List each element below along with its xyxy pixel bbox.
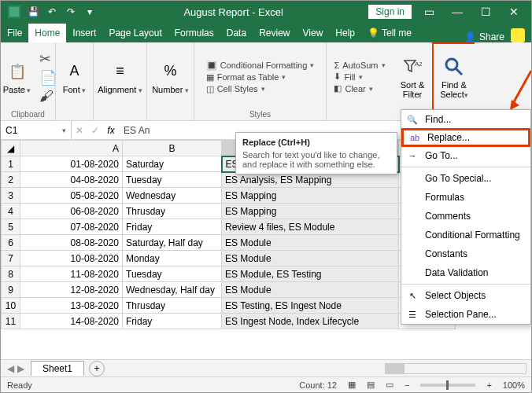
table-row[interactable]: 912-08-2020Wednesday, Half dayES Module: [2, 282, 456, 298]
cell[interactable]: 11-08-2020: [20, 266, 123, 282]
menu-goto-special[interactable]: Go To Special...: [401, 169, 530, 188]
cell[interactable]: ES Module: [222, 282, 399, 298]
table-row[interactable]: 406-08-2020ThrusdayES Mapping: [2, 204, 456, 219]
cell[interactable]: Thrusday: [123, 204, 222, 219]
redo-icon[interactable]: ↷: [62, 4, 79, 20]
row-header[interactable]: 10: [2, 298, 20, 314]
fx-confirm-icon[interactable]: ✓: [91, 125, 99, 136]
cell[interactable]: Wednesday: [123, 188, 222, 204]
view-page-break-icon[interactable]: ▭: [386, 380, 393, 390]
table-row[interactable]: 305-08-2020WednesdayES Mapping: [2, 188, 456, 204]
menu-comments[interactable]: Comments: [401, 207, 530, 226]
cell[interactable]: Friday: [123, 219, 222, 235]
menu-constants[interactable]: Constants: [401, 244, 530, 263]
zoom-slider[interactable]: [420, 384, 475, 387]
tab-page-layout[interactable]: Page Layout: [102, 24, 168, 42]
table-row[interactable]: 1013-08-2020ThrusdayES Testing, ES Inges…: [2, 298, 456, 314]
number-button[interactable]: %Number ▾: [150, 60, 192, 95]
row-header[interactable]: 5: [2, 219, 20, 235]
zoom-out-icon[interactable]: −: [405, 380, 409, 390]
col-header-a[interactable]: A: [20, 141, 123, 156]
cell[interactable]: ES Module: [222, 235, 399, 251]
save-icon[interactable]: 💾: [24, 4, 42, 20]
minimize-icon[interactable]: —: [446, 6, 468, 18]
excel-app-icon[interactable]: [6, 4, 23, 20]
cell[interactable]: Wednesday, Half day: [123, 282, 222, 298]
cell[interactable]: 01-08-2020: [20, 156, 123, 172]
copy-icon[interactable]: 📄: [39, 69, 57, 86]
menu-find[interactable]: 🔍Find...: [401, 110, 530, 129]
ribbon-display-icon[interactable]: ▭: [418, 6, 440, 18]
row-header[interactable]: 9: [2, 282, 20, 298]
font-button[interactable]: AFont ▾: [57, 60, 92, 95]
table-row[interactable]: 1114-08-2020FridayES Ingest Node, Index …: [2, 314, 456, 329]
tab-tell-me[interactable]: 💡Tell me: [361, 24, 418, 42]
row-header[interactable]: 11: [2, 314, 20, 329]
cell[interactable]: ES Mapping: [222, 204, 399, 219]
cell[interactable]: ES Ingest Node, Index Lifecycle: [222, 314, 399, 329]
new-sheet-button[interactable]: +: [89, 361, 105, 376]
view-normal-icon[interactable]: ▦: [348, 380, 356, 390]
row-header[interactable]: 3: [2, 188, 20, 204]
format-painter-icon[interactable]: 🖌: [39, 88, 57, 105]
table-row[interactable]: 507-08-2020FridayReview 4 files, ES Modu…: [2, 219, 456, 235]
cell[interactable]: ES Module, ES Testing: [222, 266, 399, 282]
menu-data-valid[interactable]: Data Validation: [401, 263, 530, 282]
select-all-cell[interactable]: ◢: [2, 141, 20, 156]
name-box[interactable]: C1▾: [1, 121, 72, 139]
fx-icon[interactable]: fx: [103, 125, 119, 136]
menu-replace[interactable]: abReplace...: [401, 128, 530, 147]
fx-cancel-icon[interactable]: ✕: [76, 125, 83, 136]
col-header-b[interactable]: B: [123, 141, 222, 156]
tab-data[interactable]: Data: [220, 24, 253, 42]
menu-goto[interactable]: →Go To...: [401, 146, 530, 165]
cell[interactable]: Saturday: [123, 156, 222, 172]
cell[interactable]: 07-08-2020: [20, 219, 123, 235]
menu-selection-pane[interactable]: ☰Selection Pane...: [401, 305, 530, 324]
conditional-formatting-button[interactable]: 🔳Conditional Formatting▾: [206, 61, 315, 71]
share-button[interactable]: 👤Share: [458, 31, 511, 42]
cut-icon[interactable]: ✂: [39, 50, 57, 68]
menu-select-objects[interactable]: ↖Select Objects: [401, 286, 530, 305]
cell[interactable]: ES Module: [222, 251, 399, 266]
cell[interactable]: Saturday, Half day: [123, 235, 222, 251]
paste-button[interactable]: 📋 Paste ▾: [0, 60, 35, 95]
menu-cond-fmt[interactable]: Conditional Formatting: [401, 226, 530, 244]
zoom-level[interactable]: 100%: [503, 380, 525, 390]
row-header[interactable]: 4: [2, 204, 20, 219]
cell[interactable]: 10-08-2020: [20, 251, 123, 266]
clear-button[interactable]: ◧Clear▾: [334, 83, 385, 94]
sheet-next-icon[interactable]: ▶: [17, 363, 24, 374]
tab-review[interactable]: Review: [253, 24, 296, 42]
cell[interactable]: ES Testing, ES Ingest Node: [222, 298, 399, 314]
tab-file[interactable]: File: [1, 24, 28, 42]
cell[interactable]: 08-08-2020: [20, 235, 123, 251]
close-icon[interactable]: ✕: [503, 6, 525, 18]
row-header[interactable]: 7: [2, 251, 20, 266]
cell[interactable]: 14-08-2020: [20, 314, 123, 329]
cell[interactable]: Monday: [123, 251, 222, 266]
cell[interactable]: 06-08-2020: [20, 204, 123, 219]
menu-formulas[interactable]: Formulas: [401, 188, 530, 207]
table-row[interactable]: 811-08-2020TuesdayES Module, ES Testing: [2, 266, 456, 282]
cell[interactable]: Tuesday: [123, 266, 222, 282]
row-header[interactable]: 2: [2, 172, 20, 188]
cell-styles-button[interactable]: ◫Cell Styles▾: [206, 84, 315, 94]
tab-insert[interactable]: Insert: [66, 24, 102, 42]
cell[interactable]: 05-08-2020: [20, 188, 123, 204]
tab-view[interactable]: View: [297, 24, 330, 42]
format-as-table-button[interactable]: ▦Format as Table▾: [206, 72, 315, 83]
cell[interactable]: Friday: [123, 314, 222, 329]
cell[interactable]: 12-08-2020: [20, 282, 123, 298]
table-row[interactable]: 710-08-2020MondayES Module: [2, 251, 456, 266]
signin-button[interactable]: Sign in: [368, 5, 412, 19]
cell[interactable]: Thrusday: [123, 298, 222, 314]
autosum-button[interactable]: ΣAutoSum▾: [334, 61, 385, 70]
row-header[interactable]: 6: [2, 235, 20, 251]
idea-icon[interactable]: [511, 28, 525, 42]
cell[interactable]: Tuesday: [123, 172, 222, 188]
tab-home[interactable]: Home: [28, 24, 66, 42]
sheet-tab-sheet1[interactable]: Sheet1: [31, 361, 84, 376]
row-header[interactable]: 1: [2, 156, 20, 172]
table-row[interactable]: 608-08-2020Saturday, Half dayES Module: [2, 235, 456, 251]
